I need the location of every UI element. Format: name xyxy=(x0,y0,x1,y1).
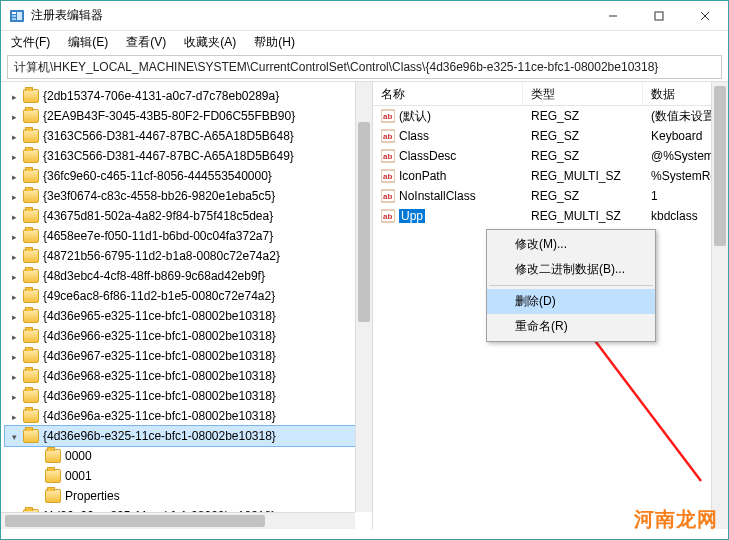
tree-item[interactable]: {36fc9e60-c465-11cf-8056-444553540000} xyxy=(5,166,372,186)
value-type: REG_SZ xyxy=(523,109,643,123)
expand-icon[interactable] xyxy=(5,431,23,442)
tree-item[interactable]: {43675d81-502a-4a82-9f84-b75f418c5dea} xyxy=(5,206,372,226)
tree-item-label: {4d36e969-e325-11ce-bfc1-08002be10318} xyxy=(43,389,276,403)
svg-rect-2 xyxy=(12,15,16,17)
list-row[interactable]: abClassDescREG_SZ@%SystemRoot%\S xyxy=(373,146,728,166)
tree-item-label: {4d36e96b-e325-11ce-bfc1-08002be10318} xyxy=(43,429,276,443)
column-type[interactable]: 类型 xyxy=(523,82,643,105)
close-icon xyxy=(700,11,710,21)
expand-icon[interactable] xyxy=(5,331,23,342)
expand-icon[interactable] xyxy=(5,391,23,402)
string-value-icon: ab xyxy=(381,129,395,143)
close-button[interactable] xyxy=(682,1,728,30)
minimize-button[interactable] xyxy=(590,1,636,30)
menu-item-modify[interactable]: 修改(M)... xyxy=(487,232,655,257)
folder-icon xyxy=(23,329,39,343)
folder-icon xyxy=(23,209,39,223)
list-header: 名称 类型 数据 xyxy=(373,82,728,106)
scrollbar-thumb[interactable] xyxy=(358,122,370,322)
list-row[interactable]: abUppREG_MULTI_SZkbdclass xyxy=(373,206,728,226)
expand-icon[interactable] xyxy=(5,271,23,282)
expand-icon[interactable] xyxy=(5,411,23,422)
tree-item-label: Properties xyxy=(65,489,120,503)
tree-pane[interactable]: {2db15374-706e-4131-a0c7-d7c78eb0289a}{2… xyxy=(1,82,373,529)
tree-item[interactable]: {2db15374-706e-4131-a0c7-d7c78eb0289a} xyxy=(5,86,372,106)
context-menu: 修改(M)... 修改二进制数据(B)... 删除(D) 重命名(R) xyxy=(486,229,656,342)
tree-item-label: {4d36e967-e325-11ce-bfc1-08002be10318} xyxy=(43,349,276,363)
value-name: ClassDesc xyxy=(399,149,456,163)
tree-item-label: {48d3ebc4-4cf8-48ff-b869-9c68ad42eb9f} xyxy=(43,269,265,283)
tree-item[interactable]: {4d36e966-e325-11ce-bfc1-08002be10318} xyxy=(5,326,372,346)
menu-separator xyxy=(489,285,653,286)
tree-item[interactable]: {3163C566-D381-4467-87BC-A65A18D5B649} xyxy=(5,146,372,166)
list-row[interactable]: abNoInstallClassREG_SZ1 xyxy=(373,186,728,206)
tree-vertical-scrollbar[interactable] xyxy=(355,82,372,512)
scrollbar-thumb[interactable] xyxy=(5,515,265,527)
column-name[interactable]: 名称 xyxy=(373,82,523,105)
tree-item-label: {3e3f0674-c83c-4558-bb26-9820e1eba5c5} xyxy=(43,189,275,203)
tree-item[interactable]: {4d36e968-e325-11ce-bfc1-08002be10318} xyxy=(5,366,372,386)
scrollbar-thumb[interactable] xyxy=(714,86,726,246)
list-row[interactable]: ab(默认)REG_SZ(数值未设置) xyxy=(373,106,728,126)
tree-item[interactable]: {4d36e96a-e325-11ce-bfc1-08002be10318} xyxy=(5,406,372,426)
list-row[interactable]: abIconPathREG_MULTI_SZ%SystemRoot%\Sys xyxy=(373,166,728,186)
tree-item[interactable]: {49ce6ac8-6f86-11d2-b1e5-0080c72e74a2} xyxy=(5,286,372,306)
string-value-icon: ab xyxy=(381,209,395,223)
expand-icon[interactable] xyxy=(5,351,23,362)
tree-item-label: {4d36e968-e325-11ce-bfc1-08002be10318} xyxy=(43,369,276,383)
tree-item[interactable]: {4d36e967-e325-11ce-bfc1-08002be10318} xyxy=(5,346,372,366)
expand-icon[interactable] xyxy=(5,151,23,162)
menu-file[interactable]: 文件(F) xyxy=(7,32,54,53)
folder-icon xyxy=(23,109,39,123)
tree-item[interactable]: {48721b56-6795-11d2-b1a8-0080c72e74a2} xyxy=(5,246,372,266)
menu-view[interactable]: 查看(V) xyxy=(122,32,170,53)
expand-icon[interactable] xyxy=(5,251,23,262)
expand-icon[interactable] xyxy=(5,171,23,182)
expand-icon[interactable] xyxy=(5,131,23,142)
tree-item-label: {2db15374-706e-4131-a0c7-d7c78eb0289a} xyxy=(43,89,279,103)
tree-item-label: 0001 xyxy=(65,469,92,483)
menu-item-modify-binary[interactable]: 修改二进制数据(B)... xyxy=(487,257,655,282)
expand-icon[interactable] xyxy=(5,231,23,242)
tree-item[interactable]: {2EA9B43F-3045-43B5-80F2-FD06C55FBB90} xyxy=(5,106,372,126)
expand-icon[interactable] xyxy=(5,371,23,382)
tree-item[interactable]: {4d36e965-e325-11ce-bfc1-08002be10318} xyxy=(5,306,372,326)
expand-icon[interactable] xyxy=(5,91,23,102)
address-bar[interactable]: 计算机\HKEY_LOCAL_MACHINE\SYSTEM\CurrentCon… xyxy=(7,55,722,79)
expand-icon[interactable] xyxy=(5,191,23,202)
menu-help[interactable]: 帮助(H) xyxy=(250,32,299,53)
string-value-icon: ab xyxy=(381,189,395,203)
tree-item[interactable]: 0000 xyxy=(5,446,372,466)
tree-item[interactable]: {3e3f0674-c83c-4558-bb26-9820e1eba5c5} xyxy=(5,186,372,206)
menu-item-delete[interactable]: 删除(D) xyxy=(487,289,655,314)
expand-icon[interactable] xyxy=(5,111,23,122)
tree-item[interactable]: 0001 xyxy=(5,466,372,486)
menu-edit[interactable]: 编辑(E) xyxy=(64,32,112,53)
expand-icon[interactable] xyxy=(5,211,23,222)
value-name: (默认) xyxy=(399,108,431,125)
tree-item[interactable]: {48d3ebc4-4cf8-48ff-b869-9c68ad42eb9f} xyxy=(5,266,372,286)
list-row[interactable]: abClassREG_SZKeyboard xyxy=(373,126,728,146)
tree-item[interactable]: Properties xyxy=(5,486,372,506)
tree-item[interactable]: {4d36e969-e325-11ce-bfc1-08002be10318} xyxy=(5,386,372,406)
expand-icon[interactable] xyxy=(5,311,23,322)
tree-item[interactable]: {3163C566-D381-4467-87BC-A65A18D5B648} xyxy=(5,126,372,146)
expand-icon[interactable] xyxy=(5,291,23,302)
folder-icon xyxy=(23,229,39,243)
list-body: ab(默认)REG_SZ(数值未设置)abClassREG_SZKeyboard… xyxy=(373,106,728,226)
menu-item-rename[interactable]: 重命名(R) xyxy=(487,314,655,339)
folder-icon xyxy=(23,409,39,423)
folder-icon xyxy=(23,309,39,323)
folder-icon xyxy=(23,269,39,283)
folder-icon xyxy=(23,89,39,103)
maximize-button[interactable] xyxy=(636,1,682,30)
value-type: REG_SZ xyxy=(523,129,643,143)
list-vertical-scrollbar[interactable] xyxy=(711,82,728,529)
svg-text:ab: ab xyxy=(383,152,392,161)
tree-item[interactable]: {4658ee7e-f050-11d1-b6bd-00c04fa372a7} xyxy=(5,226,372,246)
tree-item[interactable]: {4d36e96b-e325-11ce-bfc1-08002be10318} xyxy=(5,426,372,446)
value-type: REG_SZ xyxy=(523,189,643,203)
value-type: REG_SZ xyxy=(523,149,643,163)
tree-horizontal-scrollbar[interactable] xyxy=(1,512,355,529)
menu-favorites[interactable]: 收藏夹(A) xyxy=(180,32,240,53)
